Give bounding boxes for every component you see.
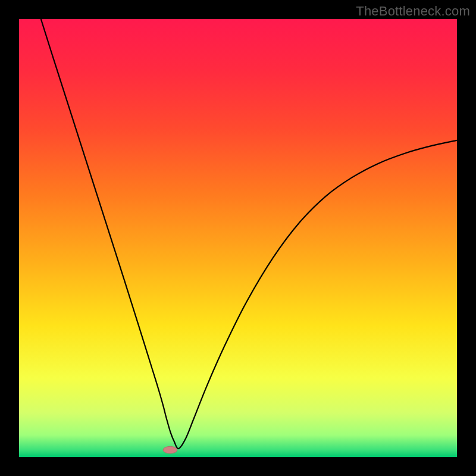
bottleneck-chart bbox=[19, 19, 457, 457]
watermark-text: TheBottleneck.com bbox=[356, 4, 470, 19]
plot-frame bbox=[19, 19, 457, 457]
optimal-point-marker bbox=[163, 446, 177, 453]
gradient-background bbox=[19, 19, 457, 457]
